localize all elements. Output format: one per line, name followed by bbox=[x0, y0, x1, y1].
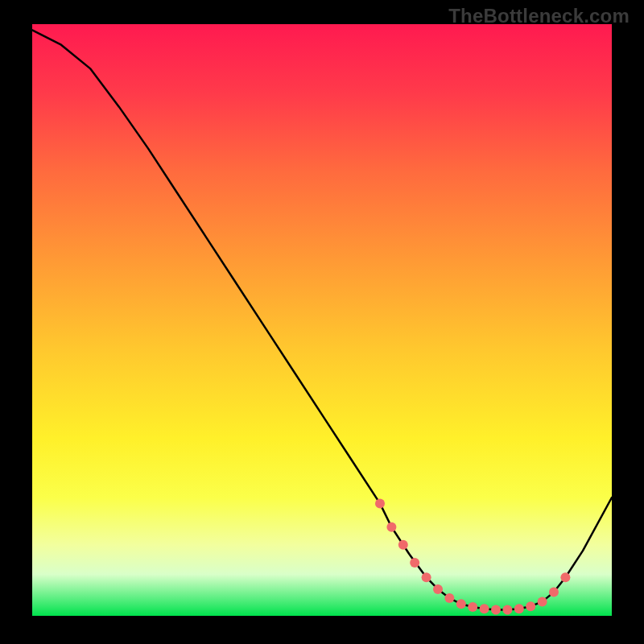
highlight-dot bbox=[422, 572, 431, 582]
highlight-dot bbox=[514, 604, 524, 613]
highlight-dot bbox=[456, 599, 466, 609]
highlight-dots bbox=[375, 498, 570, 614]
highlight-dot bbox=[480, 604, 489, 613]
highlight-dot bbox=[560, 572, 570, 582]
highlight-dot bbox=[526, 601, 535, 611]
highlight-dot bbox=[491, 605, 501, 615]
curve-svg bbox=[32, 24, 612, 616]
highlight-dot bbox=[468, 602, 477, 612]
highlight-dot bbox=[538, 597, 547, 606]
highlight-dot bbox=[386, 522, 396, 532]
plot-area bbox=[32, 24, 612, 616]
highlight-dot bbox=[502, 605, 512, 615]
bottleneck-curve bbox=[32, 30, 612, 609]
chart-frame: TheBottleneck.com bbox=[0, 0, 644, 644]
highlight-dot bbox=[398, 540, 408, 550]
highlight-dot bbox=[410, 558, 419, 568]
highlight-dot bbox=[549, 588, 559, 597]
highlight-dot bbox=[433, 584, 443, 594]
highlight-dot bbox=[444, 593, 454, 603]
highlight-dot bbox=[375, 498, 385, 508]
